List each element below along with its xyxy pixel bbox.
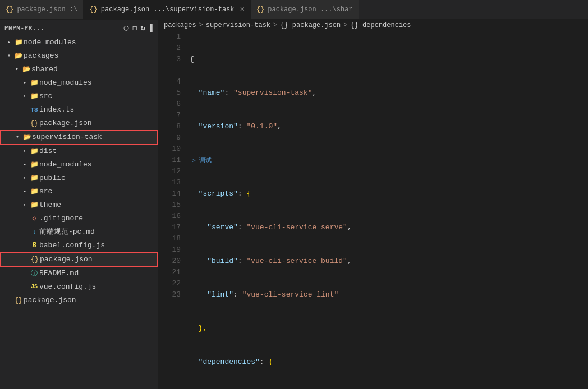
main-area: PNPM-PR... ◯ ◻ ↻ ∥ 📁 node_modules 📂 pack…: [0, 20, 588, 389]
tab-label-1: package.json :\: [17, 6, 77, 13]
line-num-21: 21: [163, 267, 181, 278]
line-num-2: 2: [163, 43, 181, 54]
tab-package-json-supervision[interactable]: {} package.json ...\supervision-task ×: [84, 0, 250, 19]
line-num-13: 13: [163, 177, 181, 188]
line-num-17: 17: [163, 222, 181, 233]
code-line-3: "version": "0.1.0",: [190, 121, 588, 132]
tree-label-readme: README.md: [39, 267, 158, 280]
folder-icon-theme: 📁: [29, 199, 39, 211]
tree-item-node-modules-st[interactable]: 📁 node_modules: [0, 158, 158, 172]
tree-label-frontend-md: 前端规范-pc.md: [39, 226, 158, 238]
breadcrumb: packages > supervision-task > {} package…: [158, 20, 588, 31]
collapse-icon[interactable]: ∥: [149, 23, 154, 33]
tree-item-theme[interactable]: 📁 theme: [0, 198, 158, 212]
tab-icon-2: {}: [89, 6, 97, 13]
chevron-src-shared: [20, 90, 29, 103]
readme-file-icon: ⓘ: [29, 267, 39, 280]
folder-icon: 📁: [13, 36, 24, 49]
tab-bar: {} package.json :\ {} package.json ...\s…: [0, 0, 588, 20]
tree-label-shared: shared: [31, 63, 158, 76]
line-num-1: 1: [163, 31, 181, 43]
line-num-9: 9: [163, 132, 181, 143]
tree-item-public[interactable]: 📁 public: [0, 172, 158, 185]
tree-item-frontend-md[interactable]: ↓ 前端规范-pc.md: [0, 225, 158, 239]
line-num-15: 15: [163, 200, 181, 211]
editor-area: packages > supervision-task > {} package…: [158, 20, 588, 389]
tab-package-json-shared[interactable]: {} package.json ...\shar: [251, 0, 359, 19]
debug-run-button[interactable]: ▷ 调试: [192, 155, 212, 166]
code-line-1: {: [190, 54, 588, 65]
chevron-node-modules-root: [4, 36, 13, 49]
breadcrumb-sep-2: >: [273, 21, 277, 29]
line-num-8: 8: [163, 121, 181, 132]
tree-label-vue-config: vue.config.js: [39, 281, 158, 293]
tree-item-src-shared[interactable]: 📁 src: [0, 90, 158, 103]
line-num-7: 7: [163, 110, 181, 121]
tree-item-gitignore[interactable]: ◇ .gitignore: [0, 212, 158, 225]
chevron-public: [20, 172, 29, 184]
line-num-5: 5: [163, 87, 181, 99]
refresh-icon[interactable]: ↻: [141, 23, 146, 33]
breadcrumb-package-json[interactable]: {} package.json: [280, 21, 341, 29]
json-file-icon-shared: {}: [29, 117, 39, 129]
tree-item-vue-config[interactable]: JS vue.config.js: [0, 280, 158, 294]
chevron-theme: [20, 199, 29, 211]
tree-item-babel-config[interactable]: B babel.config.js: [0, 239, 158, 252]
tree-item-shared[interactable]: 📂 shared: [0, 63, 158, 76]
tree-item-readme[interactable]: ⓘ README.md: [0, 267, 158, 280]
tree-label-node-modules-root: node_modules: [24, 36, 158, 49]
line-num-3: 3: [163, 54, 181, 65]
tree-label-pkg-json-st: package.json: [40, 253, 157, 266]
tree-label-dist: dist: [39, 145, 158, 158]
tab-package-json-1[interactable]: {} package.json :\: [0, 0, 84, 19]
tab-close-button[interactable]: ×: [240, 5, 244, 14]
code-line-2: "name": "supervision-task",: [190, 87, 588, 99]
tree-label-nm-st: node_modules: [39, 159, 158, 171]
folder-icon-public: 📁: [29, 172, 39, 184]
tree-item-package-json-st[interactable]: {} package.json: [0, 252, 158, 267]
code-line-debug: ▷ 调试: [190, 155, 588, 166]
sidebar-header-actions: ◯ ◻ ↻ ∥: [124, 23, 153, 33]
line-numbers: 1 2 3 4 5 6 7 8 9 10 11 12 13 14 15 16 1…: [158, 31, 185, 389]
tree-item-package-json-shared[interactable]: {} package.json: [0, 117, 158, 130]
tree-item-node-modules-root[interactable]: 📁 node_modules: [0, 36, 158, 49]
folder-icon-supervision-task: 📂: [22, 131, 32, 143]
breadcrumb-dependencies[interactable]: {} dependencies: [350, 21, 411, 29]
line-num-debug: [163, 65, 181, 76]
breadcrumb-packages[interactable]: packages: [164, 21, 196, 29]
code-line-7: "lint": "vue-cli-service lint": [190, 289, 588, 300]
tree-item-dist[interactable]: 📁 dist: [0, 145, 158, 158]
chevron-node-modules-shared: [20, 77, 29, 89]
sidebar-header: PNPM-PR... ◯ ◻ ↻ ∥: [0, 20, 158, 36]
folder-icon-src-st: 📁: [29, 186, 39, 198]
tree-label-pkg-json-shared: package.json: [39, 117, 158, 129]
js-file-icon-vue-config: JS: [29, 281, 39, 293]
breadcrumb-supervision-task[interactable]: supervision-task: [206, 21, 270, 29]
new-folder-icon[interactable]: ◻: [132, 23, 137, 33]
tree-label-theme: theme: [39, 199, 158, 211]
tree-item-supervision-task[interactable]: 📂 supervision-task: [0, 130, 158, 145]
code-line-9: "dependencies": {: [190, 356, 588, 368]
line-num-14: 14: [163, 188, 181, 200]
line-num-18: 18: [163, 233, 181, 244]
line-num-16: 16: [163, 211, 181, 222]
tree-label-pkg-json-root: package.json: [24, 294, 158, 307]
code-line-8: },: [190, 323, 588, 334]
babel-file-icon: B: [29, 239, 39, 252]
tree-item-node-modules-shared[interactable]: 📁 node_modules: [0, 76, 158, 90]
tree-item-package-json-root[interactable]: {} package.json: [0, 294, 158, 307]
ts-file-icon: TS: [29, 104, 39, 116]
tree-item-index-ts[interactable]: TS index.ts: [0, 103, 158, 117]
tab-icon-1: {}: [6, 6, 13, 13]
folder-icon-src-shared: 📁: [29, 90, 39, 103]
tree-item-src-st[interactable]: 📁 src: [0, 185, 158, 198]
tree-label-packages: packages: [24, 50, 158, 62]
tree-item-packages[interactable]: 📂 packages: [0, 49, 158, 63]
code-content: { "name": "supervision-task", "version":…: [185, 31, 588, 389]
tree-label-public: public: [39, 172, 158, 184]
tab-label-3: package.json ...\shar: [268, 6, 352, 13]
new-file-icon[interactable]: ◯: [124, 23, 129, 33]
sidebar: PNPM-PR... ◯ ◻ ↻ ∥ 📁 node_modules 📂 pack…: [0, 20, 158, 389]
md-file-icon-frontend: ↓: [29, 226, 39, 238]
git-file-icon: ◇: [29, 212, 39, 225]
